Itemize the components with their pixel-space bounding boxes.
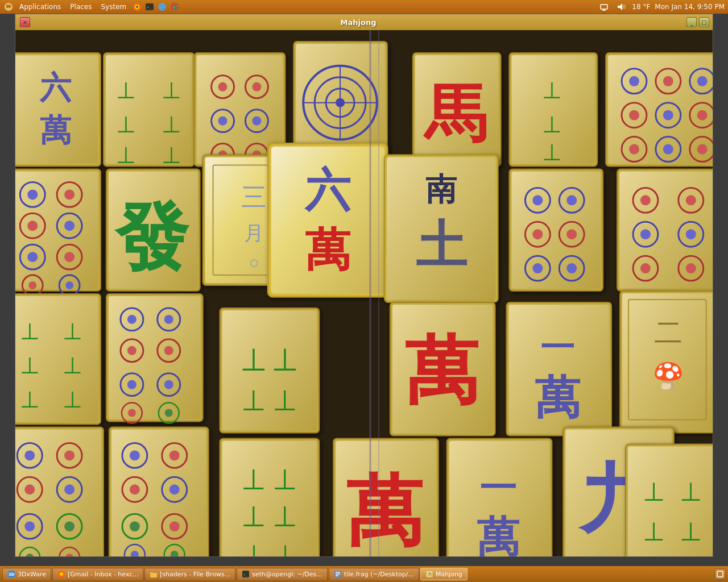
svg-point-120: [532, 195, 543, 205]
svg-point-138: [640, 229, 651, 239]
svg-text:⊥: ⊥: [643, 518, 665, 546]
svg-point-130: [566, 263, 577, 273]
window-titlebar: ✕ Mahjong _ □: [15, 14, 713, 30]
taskbar-item-editor[interactable]: tile.frag (~/Desktop/...: [329, 568, 419, 580]
temperature-display: 18 °F: [632, 3, 650, 11]
svg-point-97: [28, 281, 36, 289]
svg-text:🐦: 🐦: [160, 4, 167, 11]
taskbar-item-editor-label: tile.frag (~/Desktop/...: [344, 571, 414, 578]
svg-text:⊥: ⊥: [20, 319, 40, 344]
taskbar-item-terminal-label: seth@opengl: ~/Des...: [252, 571, 322, 578]
svg-point-73: [663, 110, 673, 120]
svg-point-168: [128, 409, 136, 417]
svg-text:馬: 馬: [423, 80, 487, 149]
svg-text:⊥: ⊥: [241, 385, 266, 417]
dragon-icon[interactable]: 🐉: [169, 1, 180, 13]
svg-text:六: 六: [304, 165, 351, 215]
svg-text:⊥: ⊥: [116, 143, 136, 168]
taskbar-item-filebrowser[interactable]: [shaders - File Brows...: [144, 568, 235, 580]
svg-text:🍄: 🍄: [652, 361, 685, 392]
taskbar-item-mahjong-label: Mahjong: [436, 571, 462, 578]
svg-point-7: [136, 6, 138, 8]
svg-text:萬: 萬: [404, 330, 479, 412]
svg-text:萬: 萬: [477, 514, 520, 556]
svg-marker-17: [618, 3, 622, 10]
svg-point-126: [566, 229, 577, 239]
svg-point-89: [27, 221, 38, 231]
taskbar-item-mahjong[interactable]: 六 Mahjong: [420, 568, 468, 580]
svg-text:⊥: ⊥: [542, 140, 562, 166]
taskbar-item-folder-icon: [150, 570, 158, 578]
svg-point-202: [64, 521, 75, 531]
menu-applications[interactable]: Applications: [15, 2, 65, 12]
svg-point-3: [7, 5, 9, 6]
svg-rect-226: [222, 440, 317, 556]
svg-point-69: [697, 76, 708, 86]
svg-text:⊥: ⊥: [241, 464, 266, 496]
svg-text:六: 六: [39, 70, 72, 105]
svg-point-170: [165, 409, 173, 417]
svg-text:萬: 萬: [305, 225, 351, 275]
svg-point-0: [5, 3, 13, 11]
taskbar-item-terminal-icon: >_: [242, 570, 250, 578]
top-bar-left: Applications Places System >_ 🐦: [0, 1, 181, 13]
svg-point-144: [686, 263, 696, 273]
taskbar-right: [714, 568, 726, 580]
datetime-display: Mon Jan 14, 9:50 PM: [655, 3, 725, 11]
top-bar-right: )))) 18 °F Mon Jan 14, 9:50 PM: [598, 1, 728, 13]
svg-point-37: [252, 82, 261, 92]
bottom-taskbar: 3D 3DxWare [Gmail - Inbox - hexc... [sha…: [0, 566, 728, 582]
svg-text:一: 一: [540, 329, 574, 367]
taskbar-item-terminal[interactable]: >_ seth@opengl: ~/Des...: [237, 568, 328, 580]
svg-point-99: [65, 281, 73, 289]
svg-text:🐉: 🐉: [172, 4, 179, 11]
gnome-foot-icon[interactable]: [3, 1, 14, 13]
svg-text:⊥: ⊥: [271, 343, 299, 377]
svg-text:⊥: ⊥: [274, 541, 296, 556]
volume-icon[interactable]: )))): [615, 1, 627, 13]
svg-point-256: [60, 572, 63, 576]
window-title: Mahjong: [32, 18, 684, 27]
svg-text:萬: 萬: [346, 469, 423, 554]
svg-point-75: [697, 110, 708, 120]
menu-system[interactable]: System: [96, 2, 131, 12]
svg-point-160: [127, 346, 136, 355]
window-close-button[interactable]: ✕: [20, 17, 30, 27]
svg-point-87: [64, 189, 75, 199]
terminal-icon[interactable]: >_: [144, 1, 155, 13]
svg-point-39: [218, 117, 228, 126]
svg-point-156: [127, 315, 136, 324]
svg-point-218: [130, 521, 140, 531]
firefox-icon[interactable]: [131, 1, 143, 13]
svg-text:⊥: ⊥: [272, 501, 297, 533]
window-minimize-button[interactable]: _: [686, 17, 697, 27]
svg-rect-14: [601, 5, 607, 9]
network-icon[interactable]: [598, 1, 610, 13]
svg-text:⊥: ⊥: [542, 112, 562, 138]
taskbar-show-desktop-button[interactable]: [714, 568, 726, 580]
svg-point-4: [9, 5, 11, 6]
menu-places[interactable]: Places: [65, 2, 96, 12]
bird-icon[interactable]: 🐦: [156, 1, 168, 13]
svg-point-67: [663, 76, 673, 86]
svg-text:⊥: ⊥: [272, 385, 297, 417]
desktop-icon: [717, 571, 723, 577]
taskbar-item-gmail[interactable]: [Gmail - Inbox - hexc...: [52, 568, 143, 580]
svg-point-140: [686, 229, 696, 239]
svg-point-65: [629, 76, 639, 86]
svg-point-166: [164, 380, 173, 389]
mahjong-game-area[interactable]: 六 萬 ⊥ ⊥ ⊥ ⊥ ⊥ ⊥: [15, 30, 713, 556]
svg-point-212: [169, 450, 180, 460]
svg-point-198: [64, 484, 75, 494]
svg-text:萬: 萬: [40, 113, 72, 148]
svg-text:⊥: ⊥: [272, 464, 297, 496]
svg-text:六: 六: [427, 572, 432, 577]
svg-point-192: [24, 450, 35, 460]
svg-text:⊥: ⊥: [643, 478, 665, 506]
mahjong-window: ✕ Mahjong _ □: [15, 14, 713, 557]
window-maximize-button[interactable]: □: [699, 17, 709, 27]
svg-point-214: [130, 484, 140, 494]
svg-text:⊥: ⊥: [63, 319, 82, 344]
taskbar-item-3dxware[interactable]: 3D 3DxWare: [2, 568, 51, 580]
svg-text:⊥: ⊥: [162, 143, 181, 168]
